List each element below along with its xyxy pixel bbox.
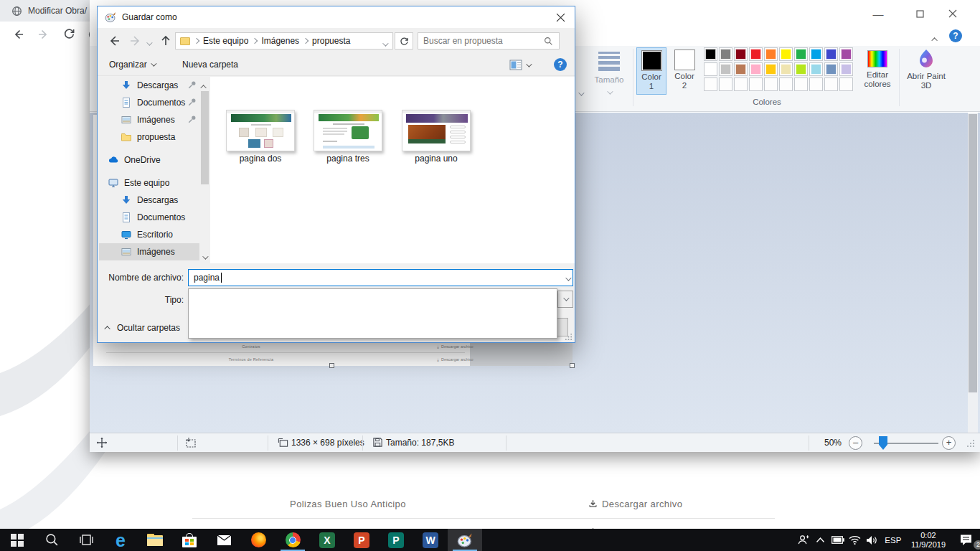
palette-swatch[interactable] <box>704 47 717 61</box>
browser-tab[interactable]: Modificar Obra/ <box>0 0 97 22</box>
taskbar-search-button[interactable] <box>34 529 69 551</box>
nav-back-button[interactable] <box>106 34 122 48</box>
taskbar-publisher-icon[interactable]: P <box>379 529 413 551</box>
palette-swatch[interactable] <box>719 47 732 61</box>
reload-button[interactable] <box>63 28 75 40</box>
sidebar-item-descargas[interactable]: Descargas <box>99 77 201 94</box>
taskbar-excel-icon[interactable]: X <box>310 529 344 551</box>
download-link[interactable]: Descargar archivo <box>588 499 682 509</box>
scrollbar-thumb[interactable] <box>201 91 209 184</box>
palette-empty-slot[interactable] <box>749 77 763 91</box>
nav-forward-button[interactable] <box>128 34 143 48</box>
color2-button[interactable]: Color 2 <box>669 47 699 95</box>
palette-swatch[interactable] <box>794 62 808 76</box>
sidebar-item-documentos[interactable]: Documentos <box>99 94 201 111</box>
zoom-slider-thumb[interactable] <box>879 436 887 450</box>
palette-empty-slot[interactable] <box>794 77 808 91</box>
sidebar-item-imagenes[interactable]: Imágenes <box>99 111 201 128</box>
palette-swatch[interactable] <box>734 47 748 61</box>
resize-grip-icon[interactable] <box>966 439 975 448</box>
palette-empty-slot[interactable] <box>809 77 823 91</box>
sidebar-item-pc-documentos[interactable]: Documentos <box>99 209 201 226</box>
filename-autocomplete-dropdown[interactable] <box>188 288 557 339</box>
file-type-dropdown-button[interactable] <box>557 291 573 308</box>
taskbar-edge-icon[interactable]: e <box>103 529 138 551</box>
palette-swatch[interactable] <box>749 62 763 76</box>
views-button[interactable] <box>509 60 530 70</box>
search-input[interactable] <box>423 36 544 46</box>
canvas-resize-handle-bottom[interactable] <box>329 363 334 368</box>
sidebar-item-pc-descargas[interactable]: Descargas <box>99 192 201 209</box>
filename-dropdown-chevron-icon[interactable] <box>565 273 570 283</box>
paint-help-button[interactable]: ? <box>949 29 962 42</box>
taskbar-mail-icon[interactable] <box>207 529 241 551</box>
scroll-up-icon[interactable] <box>202 81 207 91</box>
taskbar-clock[interactable]: 0:02 11/9/2019 <box>905 531 951 550</box>
color1-button[interactable]: Color 1 <box>636 47 666 95</box>
taskbar-powerpoint-icon[interactable]: P <box>344 529 379 551</box>
sidebar-item-onedrive[interactable]: OneDrive <box>99 151 201 169</box>
people-icon[interactable] <box>795 529 812 551</box>
sidebar-item-propuesta[interactable]: propuesta <box>99 128 201 146</box>
battery-icon[interactable] <box>829 529 847 551</box>
palette-empty-slot[interactable] <box>839 77 853 91</box>
dialog-resize-grip[interactable] <box>565 333 573 341</box>
minimize-button[interactable]: — <box>867 6 890 22</box>
filename-input[interactable]: pagina <box>188 269 573 286</box>
palette-empty-slot[interactable] <box>734 77 748 91</box>
taskbar-paint-icon[interactable] <box>448 529 482 551</box>
size-button[interactable]: Tamaño <box>590 47 628 108</box>
sidebar-item-pc-imagenes-selected[interactable]: Imágenes <box>99 243 201 260</box>
wifi-icon[interactable] <box>847 529 864 551</box>
palette-empty-slot[interactable] <box>824 77 838 91</box>
taskbar-chrome-icon[interactable] <box>275 529 310 551</box>
palette-swatch[interactable] <box>719 62 732 76</box>
scrollbar-thumb[interactable] <box>969 114 977 392</box>
file-thumbnail-pagina-dos[interactable] <box>226 110 295 151</box>
close-button[interactable] <box>941 6 964 22</box>
maximize-button[interactable] <box>908 6 931 22</box>
collapse-ribbon-icon[interactable] <box>933 32 938 44</box>
taskbar-store-icon[interactable] <box>172 529 207 551</box>
refresh-button[interactable] <box>395 32 413 50</box>
language-indicator[interactable]: ESP <box>881 529 905 551</box>
help-button[interactable]: ? <box>554 58 567 71</box>
vertical-scrollbar[interactable] <box>968 113 978 433</box>
canvas-resize-handle-corner[interactable] <box>570 363 575 368</box>
search-box[interactable] <box>418 32 560 50</box>
dialog-close-button[interactable] <box>546 6 575 28</box>
start-button[interactable] <box>0 529 34 551</box>
open-paint3d-button[interactable]: Abrir Paint 3D <box>905 47 948 106</box>
palette-swatch[interactable] <box>764 62 778 76</box>
recent-locations-chevron-icon[interactable] <box>146 38 151 48</box>
palette-swatch[interactable] <box>824 47 838 61</box>
volume-icon[interactable] <box>864 529 881 551</box>
breadcrumb-folder[interactable]: Imágenes <box>261 36 299 46</box>
breadcrumb-subfolder[interactable]: propuesta <box>312 36 350 46</box>
file-thumbnail-pagina-uno[interactable] <box>402 110 471 151</box>
back-button[interactable] <box>11 28 24 41</box>
file-thumbnail-pagina-tres[interactable] <box>314 110 382 151</box>
sidebar-scrollbar[interactable] <box>199 77 210 263</box>
palette-empty-slot[interactable] <box>719 77 732 91</box>
palette-swatch[interactable] <box>704 62 717 76</box>
palette-swatch[interactable] <box>779 62 793 76</box>
palette-swatch[interactable] <box>764 47 778 61</box>
organize-menu[interactable]: Organizar <box>109 60 155 70</box>
taskbar-file-explorer-icon[interactable] <box>138 529 172 551</box>
palette-swatch[interactable] <box>734 62 748 76</box>
scroll-down-icon[interactable] <box>202 252 207 262</box>
palette-swatch[interactable] <box>839 47 853 61</box>
taskbar-word-icon[interactable]: W <box>413 529 448 551</box>
palette-swatch[interactable] <box>839 62 853 76</box>
hidden-icons-chevron-icon[interactable] <box>812 529 829 551</box>
action-center-button[interactable]: 2 <box>951 529 980 551</box>
forward-button[interactable] <box>37 28 50 41</box>
zoom-in-button[interactable]: + <box>942 436 956 450</box>
address-bar[interactable]: Este equipo Imágenes propuesta <box>175 32 393 50</box>
palette-swatch[interactable] <box>779 47 793 61</box>
palette-swatch[interactable] <box>749 47 763 61</box>
breadcrumb-root[interactable]: Este equipo <box>203 36 248 46</box>
palette-swatch[interactable] <box>809 47 823 61</box>
address-dropdown-chevron-icon[interactable] <box>382 39 387 49</box>
